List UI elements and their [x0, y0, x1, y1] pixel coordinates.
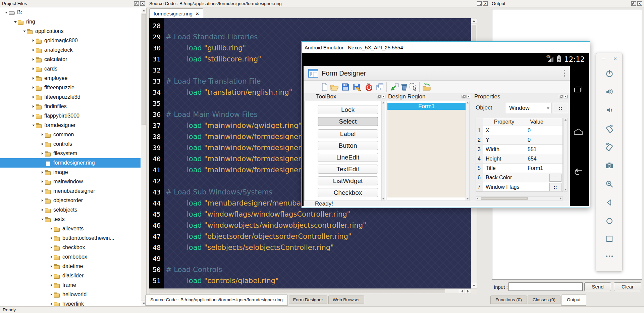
- tree-item[interactable]: hyperlink: [0, 299, 141, 306]
- toolbar-paste-button[interactable]: [390, 83, 399, 91]
- tree-expand-arrow[interactable]: [49, 293, 54, 296]
- property-row[interactable]: 3Width551: [476, 144, 562, 154]
- scroll-left-icon[interactable]: [459, 288, 465, 294]
- tree-item[interactable]: allevents: [0, 224, 141, 233]
- project-tree-scrollbar[interactable]: [141, 8, 147, 306]
- emu-overview-button[interactable]: [605, 234, 614, 243]
- form-title-bar[interactable]: Form1: [387, 103, 466, 110]
- emu-back-button[interactable]: [605, 198, 614, 207]
- tree-item[interactable]: datetime: [0, 262, 141, 271]
- tree-expand-arrow[interactable]: [40, 133, 45, 136]
- toolbar-select-tool-button[interactable]: [409, 83, 418, 91]
- tree-expand-arrow[interactable]: [22, 31, 27, 32]
- tree-expand-arrow[interactable]: [31, 125, 36, 126]
- toolbar-copy-button[interactable]: [375, 83, 384, 91]
- properties-vscrollbar[interactable]: [564, 118, 568, 192]
- tree-item[interactable]: formdesigner.ring: [0, 158, 141, 168]
- tree-expand-arrow[interactable]: [31, 68, 36, 70]
- scroll-thumb[interactable]: [481, 197, 528, 200]
- toolbox-listwidget-button[interactable]: ListWidget: [318, 176, 378, 185]
- tree-item[interactable]: mainwindow: [0, 177, 141, 186]
- toolbox-button-button[interactable]: Button: [318, 141, 378, 150]
- bottom-tab[interactable]: Form Designer: [289, 296, 327, 304]
- minimize-button[interactable]: –: [599, 55, 608, 62]
- tree-item[interactable]: helloworld: [0, 290, 141, 299]
- tree-item[interactable]: findinfiles: [0, 102, 141, 111]
- tree-item[interactable]: objectsorder: [0, 196, 141, 205]
- properties-hscrollbar[interactable]: [476, 196, 563, 200]
- toolbox-select-button[interactable]: Select: [318, 117, 378, 126]
- output-tab-output[interactable]: Output: [561, 295, 586, 306]
- clear-button[interactable]: Clear: [614, 282, 641, 291]
- tree-item[interactable]: applications: [0, 27, 141, 36]
- scroll-up-icon[interactable]: [471, 18, 477, 24]
- object-grid-button[interactable]: ::: [553, 103, 568, 113]
- tree-item[interactable]: flappybird3000: [0, 111, 141, 121]
- float-panel-icon[interactable]: [477, 1, 482, 6]
- emu-volume-up-button[interactable]: [605, 87, 614, 96]
- bottom-tab[interactable]: Source Code : B:/ring/applications/formd…: [145, 295, 288, 306]
- tree-expand-arrow[interactable]: [31, 105, 36, 108]
- tree-item[interactable]: fifteenpuzzle: [0, 83, 141, 92]
- tree-expand-arrow[interactable]: [40, 171, 45, 174]
- emu-rotate-right-button[interactable]: [605, 142, 614, 151]
- toolbar-restore-button[interactable]: [422, 83, 431, 91]
- float-panel-icon[interactable]: [134, 1, 139, 6]
- tree-item[interactable]: tests: [0, 215, 141, 224]
- toolbar-new-file-button[interactable]: [320, 83, 329, 91]
- tree-item[interactable]: goldmagic800: [0, 36, 141, 45]
- emulator-screen[interactable]: 4G 12:12 Form Designer: [302, 53, 589, 206]
- property-row[interactable]: 1X0: [476, 126, 562, 135]
- property-row[interactable]: 6Back Color::: [476, 173, 562, 182]
- nav-overview-button[interactable]: [573, 85, 585, 94]
- tree-item[interactable]: B:: [0, 8, 141, 17]
- close-tab-icon[interactable]: ×: [196, 11, 199, 16]
- design-dock-icons[interactable]: [462, 95, 470, 98]
- property-row[interactable]: 5TitleForm1: [476, 163, 562, 173]
- tree-expand-arrow[interactable]: [40, 219, 45, 220]
- send-button[interactable]: Send: [584, 282, 611, 291]
- close-panel-icon[interactable]: [483, 1, 488, 6]
- tree-expand-arrow[interactable]: [31, 49, 36, 51]
- emu-volume-down-button[interactable]: [605, 106, 614, 115]
- tree-expand-arrow[interactable]: [13, 21, 18, 23]
- property-row[interactable]: 4Height654: [476, 154, 562, 163]
- tree-item[interactable]: frame: [0, 280, 141, 290]
- scroll-thumb[interactable]: [142, 14, 146, 125]
- tree-item[interactable]: dialslider: [0, 271, 141, 280]
- tree-item[interactable]: fifteenpuzzle3d: [0, 92, 141, 102]
- tree-expand-arrow[interactable]: [49, 227, 54, 230]
- properties-table[interactable]: PropertyValue1X02Y03Width5514Height6545T…: [476, 118, 563, 192]
- properties-dock-icons[interactable]: [559, 95, 568, 98]
- project-tree[interactable]: B:ringapplicationsgoldmagic800analogcloc…: [0, 8, 141, 306]
- toolbar-open-file-button[interactable]: [330, 83, 339, 91]
- editor-hscrollbar[interactable]: [149, 288, 471, 294]
- tree-item[interactable]: calculator: [0, 55, 141, 64]
- tree-expand-arrow[interactable]: [49, 256, 54, 258]
- float-panel-icon[interactable]: [631, 1, 636, 6]
- tree-expand-arrow[interactable]: [49, 246, 54, 249]
- tree-item[interactable]: filesystem: [0, 149, 141, 158]
- tree-item[interactable]: checkbox: [0, 243, 141, 252]
- tree-item[interactable]: menubardesigner: [0, 186, 141, 196]
- toolbar-delete-button[interactable]: [400, 83, 409, 91]
- nav-back-button[interactable]: [573, 168, 585, 177]
- tree-expand-arrow[interactable]: [49, 284, 54, 286]
- toolbox-checkbox-button[interactable]: Checkbox: [318, 188, 378, 197]
- toolbar-close-file-button[interactable]: [365, 83, 373, 91]
- toolbox-textedit-button[interactable]: TextEdit: [318, 165, 378, 174]
- form-designer-app[interactable]: Form Designer ToolBox Design Region Prop…: [304, 66, 570, 206]
- android-emulator-window[interactable]: Android Emulator - Nexus_5X_API_25:5554 …: [301, 41, 590, 208]
- tree-item[interactable]: combobox: [0, 252, 141, 262]
- tree-expand-arrow[interactable]: [49, 274, 54, 277]
- property-ellipsis-button[interactable]: ::: [549, 183, 561, 191]
- tree-expand-arrow[interactable]: [49, 303, 54, 305]
- overflow-menu-icon[interactable]: [563, 69, 566, 79]
- console-input[interactable]: [508, 282, 583, 291]
- object-select[interactable]: Window: [506, 103, 551, 113]
- toolbox-lineedit-button[interactable]: LineEdit: [318, 153, 378, 162]
- tree-item[interactable]: buttontoclosethewin...: [0, 233, 141, 243]
- tree-item[interactable]: controls: [0, 139, 141, 149]
- toolbox-dock-icons[interactable]: [377, 95, 385, 98]
- tree-expand-arrow[interactable]: [31, 77, 36, 80]
